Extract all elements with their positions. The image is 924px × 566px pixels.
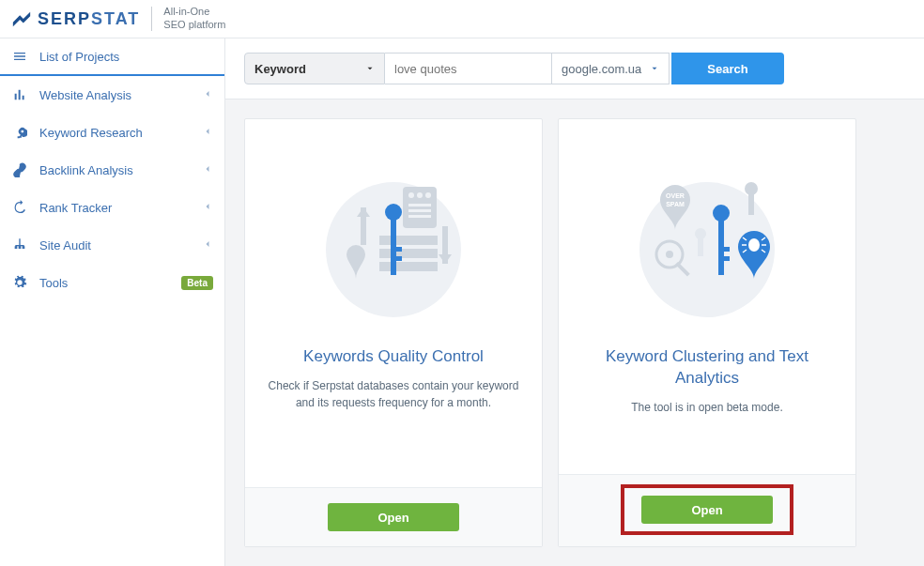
brand-wordmark: SERPSTAT — [38, 9, 140, 29]
chevron-left-icon — [202, 238, 213, 252]
search-input[interactable] — [394, 62, 542, 76]
sidebar-item-label: Site Audit — [39, 238, 202, 252]
sidebar: List of Projects Website Analysis Keywor… — [0, 38, 225, 566]
tagline-line-2: SEO platform — [163, 19, 225, 32]
card-description: Check if Serpstat databases contain your… — [262, 377, 525, 411]
search-bar-container: Keyword google.com.ua Search — [225, 38, 924, 99]
card-title: Keywords Quality Control — [303, 346, 484, 368]
sidebar-item-website-analysis[interactable]: Website Analysis — [0, 76, 224, 114]
svg-text:SPAM: SPAM — [666, 201, 685, 207]
chevron-left-icon — [202, 163, 213, 177]
beta-badge: Beta — [181, 276, 213, 290]
svg-rect-19 — [748, 192, 754, 215]
sidebar-item-label: Keyword Research — [39, 126, 202, 140]
menu-icon — [11, 48, 28, 65]
sidebar-item-label: Backlink Analysis — [39, 163, 202, 177]
brand-word-b: STAT — [91, 9, 140, 28]
sidebar-item-label: Rank Tracker — [39, 201, 202, 215]
main-content: Keyword google.com.ua Search — [225, 38, 924, 566]
card-body: OVER SPAM — [559, 119, 855, 474]
svg-point-6 — [417, 192, 423, 198]
tagline-line-1: All-in-One — [163, 6, 225, 19]
search-type-label: Keyword — [254, 62, 306, 76]
sidebar-item-tools[interactable]: Tools Beta — [0, 264, 224, 301]
svg-rect-13 — [391, 247, 402, 252]
svg-rect-21 — [698, 237, 703, 256]
sidebar-item-site-audit[interactable]: Site Audit — [0, 226, 224, 264]
link-icon — [11, 161, 28, 178]
tool-cards: Keywords Quality Control Check if Serpst… — [225, 99, 924, 566]
svg-rect-3 — [408, 209, 431, 212]
highlighted-open-region: Open — [621, 484, 793, 535]
card-description: The tool is in open beta mode. — [631, 399, 782, 416]
sidebar-item-keyword-research[interactable]: Keyword Research — [0, 114, 224, 151]
search-button-label: Search — [707, 62, 747, 76]
svg-rect-28 — [718, 256, 730, 261]
gear-icon — [11, 274, 28, 291]
svg-rect-8 — [379, 236, 438, 245]
svg-rect-2 — [408, 204, 431, 207]
search-button[interactable]: Search — [671, 53, 784, 84]
brand-word-a: SERP — [38, 9, 91, 28]
brand-tagline: All-in-One SEO platform — [163, 6, 225, 32]
svg-text:OVER: OVER — [666, 192, 685, 199]
card-footer: Open — [559, 474, 855, 546]
sidebar-item-projects[interactable]: List of Projects — [0, 38, 224, 76]
clustering-illustration: OVER SPAM — [627, 161, 787, 320]
svg-point-29 — [748, 238, 760, 252]
open-button-label: Open — [691, 503, 722, 517]
svg-point-5 — [408, 192, 414, 198]
card-clustering-analytics: OVER SPAM — [558, 118, 856, 547]
search-input-wrap — [385, 53, 552, 84]
app-header: SERPSTAT All-in-One SEO platform — [0, 0, 924, 38]
svg-rect-9 — [379, 249, 438, 258]
sidebar-item-label: List of Projects — [39, 50, 213, 64]
card-quality-control: Keywords Quality Control Check if Serpst… — [244, 118, 543, 547]
sidebar-item-label: Tools — [39, 276, 181, 290]
sidebar-item-rank-tracker[interactable]: Rank Tracker — [0, 189, 224, 226]
svg-rect-10 — [379, 262, 438, 271]
svg-rect-12 — [391, 217, 396, 275]
card-footer: Open — [245, 487, 542, 546]
card-body: Keywords Quality Control Check if Serpst… — [245, 119, 542, 487]
open-button-label: Open — [377, 511, 408, 525]
open-button[interactable]: Open — [641, 496, 773, 524]
chevron-left-icon — [202, 201, 213, 215]
search-type-select[interactable]: Keyword — [244, 53, 385, 84]
chevron-left-icon — [202, 126, 213, 140]
key-icon — [11, 124, 28, 141]
svg-rect-4 — [408, 215, 431, 218]
quality-control-illustration — [314, 161, 473, 320]
svg-rect-14 — [391, 256, 402, 261]
sidebar-item-label: Website Analysis — [39, 88, 202, 102]
search-domain-label: google.com.ua — [562, 62, 641, 76]
chevron-down-icon — [650, 62, 659, 76]
chevron-left-icon — [202, 88, 213, 102]
svg-point-23 — [666, 251, 673, 258]
sitemap-icon — [11, 237, 28, 253]
card-title: Keyword Clustering and Text Analytics — [576, 346, 839, 390]
open-button[interactable]: Open — [328, 503, 459, 531]
analysis-icon — [11, 86, 28, 103]
chevron-down-icon — [365, 62, 375, 76]
brand-mark-icon — [11, 8, 32, 29]
search-bar: Keyword google.com.ua Search — [244, 53, 784, 84]
brand-divider — [151, 7, 152, 31]
svg-point-7 — [425, 192, 431, 198]
svg-rect-27 — [718, 247, 730, 252]
sidebar-item-backlink-analysis[interactable]: Backlink Analysis — [0, 151, 224, 189]
brand-logo[interactable]: SERPSTAT — [11, 8, 140, 29]
history-icon — [11, 199, 28, 216]
search-domain-select[interactable]: google.com.ua — [552, 53, 670, 84]
